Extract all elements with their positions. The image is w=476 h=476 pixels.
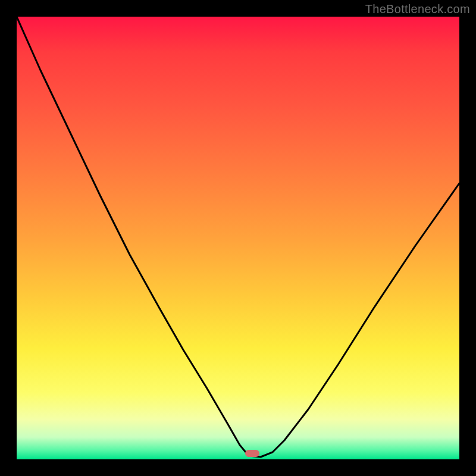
chart-plot-area [17, 17, 459, 459]
bottleneck-curve [17, 17, 459, 459]
bottleneck-marker [245, 450, 259, 457]
chart-frame: TheBottleneck.com [0, 0, 476, 476]
watermark-text: TheBottleneck.com [365, 2, 470, 16]
